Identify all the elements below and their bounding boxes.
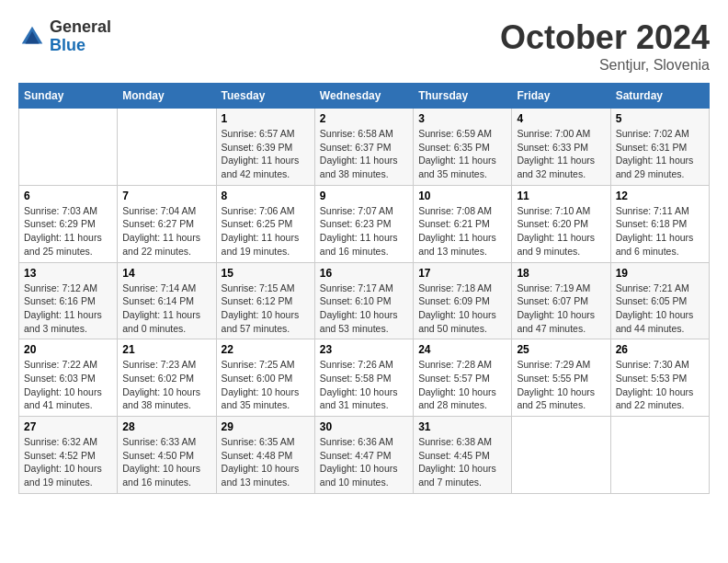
calendar-cell: 12Sunrise: 7:11 AMSunset: 6:18 PMDayligh… — [610, 185, 709, 262]
calendar-cell: 20Sunrise: 7:22 AMSunset: 6:03 PMDayligh… — [19, 339, 118, 417]
day-number: 15 — [222, 267, 310, 280]
calendar-cell: 15Sunrise: 7:15 AMSunset: 6:12 PMDayligh… — [216, 262, 314, 339]
day-number: 26 — [616, 343, 704, 356]
calendar-cell: 31Sunrise: 6:38 AMSunset: 4:45 PMDayligh… — [414, 417, 512, 494]
day-number: 25 — [517, 343, 605, 356]
calendar-cell: 3Sunrise: 6:59 AMSunset: 6:35 PMDaylight… — [414, 109, 512, 186]
day-info: Sunrise: 7:23 AMSunset: 6:02 PMDaylight:… — [122, 358, 210, 412]
calendar-week-row: 6Sunrise: 7:03 AMSunset: 6:29 PMDaylight… — [19, 185, 710, 262]
calendar-cell: 5Sunrise: 7:02 AMSunset: 6:31 PMDaylight… — [610, 109, 709, 186]
calendar-week-row: 27Sunrise: 6:32 AMSunset: 4:52 PMDayligh… — [19, 417, 710, 494]
day-info: Sunrise: 7:17 AMSunset: 6:10 PMDaylight:… — [320, 282, 408, 336]
day-number: 27 — [24, 420, 112, 433]
logo-text: General Blue — [50, 18, 111, 55]
calendar-week-row: 20Sunrise: 7:22 AMSunset: 6:03 PMDayligh… — [19, 339, 710, 417]
calendar-cell: 8Sunrise: 7:06 AMSunset: 6:25 PMDaylight… — [216, 185, 314, 262]
day-info: Sunrise: 7:06 AMSunset: 6:25 PMDaylight:… — [222, 204, 310, 259]
day-number: 23 — [320, 343, 408, 356]
day-number: 12 — [616, 190, 704, 202]
day-info: Sunrise: 7:11 AMSunset: 6:18 PMDaylight:… — [616, 204, 704, 259]
day-number: 8 — [222, 190, 310, 202]
day-number: 22 — [222, 343, 310, 356]
day-number: 20 — [24, 343, 112, 356]
day-info: Sunrise: 7:22 AMSunset: 6:03 PMDaylight:… — [24, 358, 112, 412]
month-title: October 2024 — [500, 18, 710, 57]
day-number: 16 — [320, 267, 408, 280]
calendar-cell: 26Sunrise: 7:30 AMSunset: 5:53 PMDayligh… — [610, 339, 709, 417]
day-info: Sunrise: 6:58 AMSunset: 6:37 PMDaylight:… — [320, 127, 408, 181]
calendar-cell: 25Sunrise: 7:29 AMSunset: 5:55 PMDayligh… — [512, 339, 610, 417]
day-number: 19 — [616, 267, 704, 280]
calendar-table: Sunday Monday Tuesday Wednesday Thursday… — [18, 83, 710, 494]
day-info: Sunrise: 6:35 AMSunset: 4:48 PMDaylight:… — [222, 435, 310, 489]
day-number: 18 — [517, 267, 605, 280]
calendar-cell: 28Sunrise: 6:33 AMSunset: 4:50 PMDayligh… — [118, 417, 216, 494]
calendar-cell: 29Sunrise: 6:35 AMSunset: 4:48 PMDayligh… — [216, 417, 314, 494]
calendar-cell — [118, 109, 216, 186]
day-info: Sunrise: 7:28 AMSunset: 5:57 PMDaylight:… — [418, 358, 506, 412]
day-number: 30 — [320, 420, 408, 433]
logo-icon — [18, 23, 46, 51]
day-info: Sunrise: 6:36 AMSunset: 4:47 PMDaylight:… — [320, 435, 408, 489]
col-tuesday: Tuesday — [216, 84, 314, 109]
calendar-week-row: 1Sunrise: 6:57 AMSunset: 6:39 PMDaylight… — [19, 109, 710, 186]
logo-blue: Blue — [50, 37, 111, 55]
day-info: Sunrise: 7:18 AMSunset: 6:09 PMDaylight:… — [418, 282, 506, 336]
col-friday: Friday — [512, 84, 610, 109]
col-saturday: Saturday — [610, 84, 709, 109]
calendar-cell: 10Sunrise: 7:08 AMSunset: 6:21 PMDayligh… — [414, 185, 512, 262]
day-info: Sunrise: 7:03 AMSunset: 6:29 PMDaylight:… — [24, 204, 112, 259]
calendar-cell: 14Sunrise: 7:14 AMSunset: 6:14 PMDayligh… — [118, 262, 216, 339]
day-number: 7 — [122, 190, 210, 202]
day-info: Sunrise: 7:00 AMSunset: 6:33 PMDaylight:… — [517, 127, 605, 181]
day-number: 1 — [222, 112, 310, 125]
page-header: General Blue October 2024 Sentjur, Slove… — [18, 18, 710, 74]
day-info: Sunrise: 7:12 AMSunset: 6:16 PMDaylight:… — [24, 282, 112, 336]
calendar-cell: 9Sunrise: 7:07 AMSunset: 6:23 PMDaylight… — [314, 185, 413, 262]
calendar-cell: 13Sunrise: 7:12 AMSunset: 6:16 PMDayligh… — [19, 262, 118, 339]
day-info: Sunrise: 7:29 AMSunset: 5:55 PMDaylight:… — [517, 358, 605, 412]
day-number: 2 — [320, 112, 408, 125]
day-number: 4 — [517, 112, 605, 125]
calendar-cell: 22Sunrise: 7:25 AMSunset: 6:00 PMDayligh… — [216, 339, 314, 417]
title-block: October 2024 Sentjur, Slovenia — [500, 18, 710, 74]
calendar-cell: 21Sunrise: 7:23 AMSunset: 6:02 PMDayligh… — [118, 339, 216, 417]
day-number: 6 — [24, 190, 112, 202]
calendar-week-row: 13Sunrise: 7:12 AMSunset: 6:16 PMDayligh… — [19, 262, 710, 339]
day-number: 10 — [418, 190, 506, 202]
calendar-cell: 19Sunrise: 7:21 AMSunset: 6:05 PMDayligh… — [610, 262, 709, 339]
calendar-cell — [19, 109, 118, 186]
day-info: Sunrise: 7:08 AMSunset: 6:21 PMDaylight:… — [418, 204, 506, 259]
calendar-cell — [610, 417, 709, 494]
calendar-cell: 7Sunrise: 7:04 AMSunset: 6:27 PMDaylight… — [118, 185, 216, 262]
calendar-cell: 24Sunrise: 7:28 AMSunset: 5:57 PMDayligh… — [414, 339, 512, 417]
day-info: Sunrise: 6:32 AMSunset: 4:52 PMDaylight:… — [24, 435, 112, 489]
day-info: Sunrise: 7:21 AMSunset: 6:05 PMDaylight:… — [616, 282, 704, 336]
day-info: Sunrise: 6:57 AMSunset: 6:39 PMDaylight:… — [222, 127, 310, 181]
logo: General Blue — [18, 18, 111, 55]
col-wednesday: Wednesday — [314, 84, 413, 109]
calendar-cell: 27Sunrise: 6:32 AMSunset: 4:52 PMDayligh… — [19, 417, 118, 494]
day-number: 28 — [122, 420, 210, 433]
calendar-cell: 1Sunrise: 6:57 AMSunset: 6:39 PMDaylight… — [216, 109, 314, 186]
day-number: 24 — [418, 343, 506, 356]
day-info: Sunrise: 6:33 AMSunset: 4:50 PMDaylight:… — [122, 435, 210, 489]
logo-general: General — [50, 18, 111, 37]
day-info: Sunrise: 6:38 AMSunset: 4:45 PMDaylight:… — [418, 435, 506, 489]
day-info: Sunrise: 7:19 AMSunset: 6:07 PMDaylight:… — [517, 282, 605, 336]
calendar-cell: 23Sunrise: 7:26 AMSunset: 5:58 PMDayligh… — [314, 339, 413, 417]
calendar-cell — [512, 417, 610, 494]
day-number: 21 — [122, 343, 210, 356]
day-info: Sunrise: 7:14 AMSunset: 6:14 PMDaylight:… — [122, 282, 210, 336]
col-monday: Monday — [118, 84, 216, 109]
day-info: Sunrise: 7:25 AMSunset: 6:00 PMDaylight:… — [222, 358, 310, 412]
col-thursday: Thursday — [414, 84, 512, 109]
day-info: Sunrise: 7:15 AMSunset: 6:12 PMDaylight:… — [222, 282, 310, 336]
calendar-cell: 4Sunrise: 7:00 AMSunset: 6:33 PMDaylight… — [512, 109, 610, 186]
day-number: 9 — [320, 190, 408, 202]
day-number: 14 — [122, 267, 210, 280]
day-number: 5 — [616, 112, 704, 125]
day-info: Sunrise: 7:26 AMSunset: 5:58 PMDaylight:… — [320, 358, 408, 412]
day-number: 11 — [517, 190, 605, 202]
calendar-cell: 16Sunrise: 7:17 AMSunset: 6:10 PMDayligh… — [314, 262, 413, 339]
